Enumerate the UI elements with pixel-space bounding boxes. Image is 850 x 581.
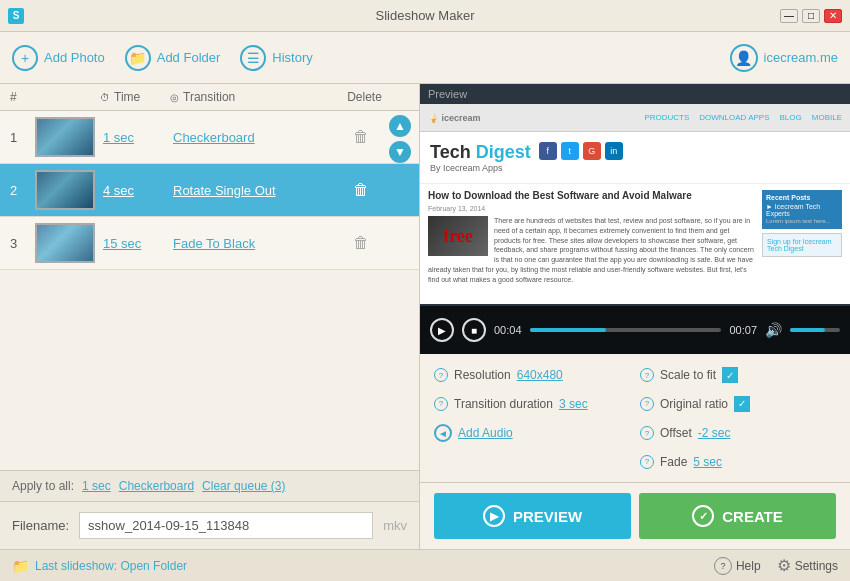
row-delete: 🗑 xyxy=(313,179,409,201)
settings-label: Settings xyxy=(795,559,838,573)
preview-area: Preview 🍦 icecream PRODUCTS DOWNLOAD APP… xyxy=(420,84,850,354)
toolbar-right: 👤 icecream.me xyxy=(730,44,838,72)
preview-sidebar: Recent Posts ► Icecream Tech Experts Lor… xyxy=(762,190,842,285)
fade-help-icon[interactable]: ? xyxy=(640,455,654,469)
row-delete: 🗑 xyxy=(313,232,409,254)
resolution-help-icon[interactable]: ? xyxy=(434,368,448,382)
delete-button[interactable]: 🗑 xyxy=(351,126,371,148)
time-link[interactable]: 15 sec xyxy=(103,236,141,251)
preview-button[interactable]: ▶ PREVIEW xyxy=(434,493,631,539)
fade-label: Fade xyxy=(660,455,687,469)
history-button[interactable]: ☰ History xyxy=(240,45,312,71)
volume-bar[interactable] xyxy=(790,328,840,332)
row-transition: Rotate Single Out xyxy=(173,183,313,198)
preview-label: PREVIEW xyxy=(513,508,582,525)
right-panel: Preview 🍦 icecream PRODUCTS DOWNLOAD APP… xyxy=(420,84,850,549)
table-row[interactable]: 2 4 sec Rotate Single Out 🗑 xyxy=(0,164,419,217)
volume-button[interactable]: 🔊 xyxy=(765,322,782,338)
sidebar-signup: Sign up for Icecream Tech Digest xyxy=(762,233,842,257)
status-bar: 📁 Last slideshow: Open Folder ? Help ⚙ S… xyxy=(0,549,850,581)
col-delete-header: Delete xyxy=(320,90,409,104)
resolution-value[interactable]: 640x480 xyxy=(517,368,563,382)
progress-bar[interactable] xyxy=(530,328,722,332)
col-hash-header: # xyxy=(10,90,35,104)
ratio-help-icon[interactable]: ? xyxy=(640,397,654,411)
preview-article-image: free xyxy=(428,216,488,256)
transition-duration-label: Transition duration xyxy=(454,397,553,411)
user-link[interactable]: icecream.me xyxy=(764,50,838,65)
progress-fill xyxy=(530,328,607,332)
add-audio-setting: ◄ Add Audio xyxy=(434,421,630,446)
apply-bar: Apply to all: 1 sec Checkerboard Clear q… xyxy=(0,470,419,502)
minimize-button[interactable]: — xyxy=(780,9,798,23)
last-slideshow-text[interactable]: Last slideshow: Open Folder xyxy=(35,559,187,573)
offset-value[interactable]: -2 sec xyxy=(698,426,731,440)
filename-label: Filename: xyxy=(12,518,69,533)
help-label: Help xyxy=(736,559,761,573)
scale-checkbox[interactable]: ✓ xyxy=(722,367,738,383)
clear-queue-link[interactable]: Clear queue (3) xyxy=(202,479,285,493)
stop-button[interactable]: ■ xyxy=(462,318,486,342)
offset-help-icon[interactable]: ? xyxy=(640,426,654,440)
add-folder-label: Add Folder xyxy=(157,50,221,65)
help-button[interactable]: ? Help xyxy=(714,557,761,575)
preview-icons: f t G in xyxy=(539,142,623,160)
preview-header: Tech Digest By Icecream Apps f t G in xyxy=(420,132,850,184)
toolbar: + Add Photo 📁 Add Folder ☰ History 👤 ice… xyxy=(0,32,850,84)
table-header: # ⏱ Time ◎ Transition Delete xyxy=(0,84,419,111)
transition-link[interactable]: Fade To Black xyxy=(173,236,255,251)
offset-label: Offset xyxy=(660,426,692,440)
time-link[interactable]: 1 sec xyxy=(103,130,134,145)
time-header-icon: ⏱ xyxy=(100,92,110,103)
transition-link[interactable]: Checkerboard xyxy=(173,130,255,145)
left-panel: # ⏱ Time ◎ Transition Delete 1 xyxy=(0,84,420,549)
create-button[interactable]: ✓ CREATE xyxy=(639,493,836,539)
apply-transition-link[interactable]: Checkerboard xyxy=(119,479,194,493)
scale-help-icon[interactable]: ? xyxy=(640,368,654,382)
fade-value[interactable]: 5 sec xyxy=(693,455,722,469)
facebook-icon: f xyxy=(539,142,557,160)
fade-setting: ? Fade 5 sec xyxy=(640,452,836,473)
preview-nav: 🍦 icecream PRODUCTS DOWNLOAD APPS BLOG M… xyxy=(420,104,850,132)
resolution-setting: ? Resolution 640x480 xyxy=(434,364,630,387)
add-photo-icon: + xyxy=(12,45,38,71)
scroll-down-button[interactable]: ▼ xyxy=(389,141,411,163)
window-controls: — □ ✕ xyxy=(780,9,842,23)
close-button[interactable]: ✕ xyxy=(824,9,842,23)
transition-duration-value[interactable]: 3 sec xyxy=(559,397,588,411)
add-audio-link[interactable]: Add Audio xyxy=(458,426,513,440)
add-folder-icon: 📁 xyxy=(125,45,151,71)
action-bar: ▶ PREVIEW ✓ CREATE xyxy=(420,482,850,549)
table-body: 1 1 sec Checkerboard 🗑 2 xyxy=(0,111,419,470)
scroll-up-button[interactable]: ▲ xyxy=(389,115,411,137)
history-label: History xyxy=(272,50,312,65)
table-row[interactable]: 1 1 sec Checkerboard 🗑 xyxy=(0,111,419,164)
delete-button[interactable]: 🗑 xyxy=(351,179,371,201)
row-number: 1 xyxy=(10,130,35,145)
add-folder-button[interactable]: 📁 Add Folder xyxy=(125,45,221,71)
user-icon: 👤 xyxy=(730,44,758,72)
ratio-checkbox[interactable]: ✓ xyxy=(734,396,750,412)
preview-logo: 🍦 icecream xyxy=(428,113,481,123)
time-link[interactable]: 4 sec xyxy=(103,183,134,198)
col-transition-header: ◎ Transition xyxy=(170,90,320,104)
table-row[interactable]: 3 15 sec Fade To Black 🗑 xyxy=(0,217,419,270)
transition-help-icon[interactable]: ? xyxy=(434,397,448,411)
scale-to-fit-setting: ? Scale to fit ✓ xyxy=(640,364,836,387)
filename-input[interactable] xyxy=(79,512,373,539)
settings-button[interactable]: ⚙ Settings xyxy=(777,556,838,575)
preview-article: How to Download the Best Software and Av… xyxy=(428,190,754,285)
preview-content: 🍦 icecream PRODUCTS DOWNLOAD APPS BLOG M… xyxy=(420,104,850,304)
delete-button[interactable]: 🗑 xyxy=(351,232,371,254)
filename-bar: Filename: mkv xyxy=(0,502,419,549)
main-content: # ⏱ Time ◎ Transition Delete 1 xyxy=(0,84,850,549)
apply-time-link[interactable]: 1 sec xyxy=(82,479,111,493)
row-thumbnail xyxy=(35,223,95,263)
add-photo-button[interactable]: + Add Photo xyxy=(12,45,105,71)
row-transition: Checkerboard xyxy=(173,130,313,145)
maximize-button[interactable]: □ xyxy=(802,9,820,23)
settings-icon: ⚙ xyxy=(777,556,791,575)
volume-fill xyxy=(790,328,825,332)
transition-link[interactable]: Rotate Single Out xyxy=(173,183,276,198)
play-button[interactable]: ▶ xyxy=(430,318,454,342)
